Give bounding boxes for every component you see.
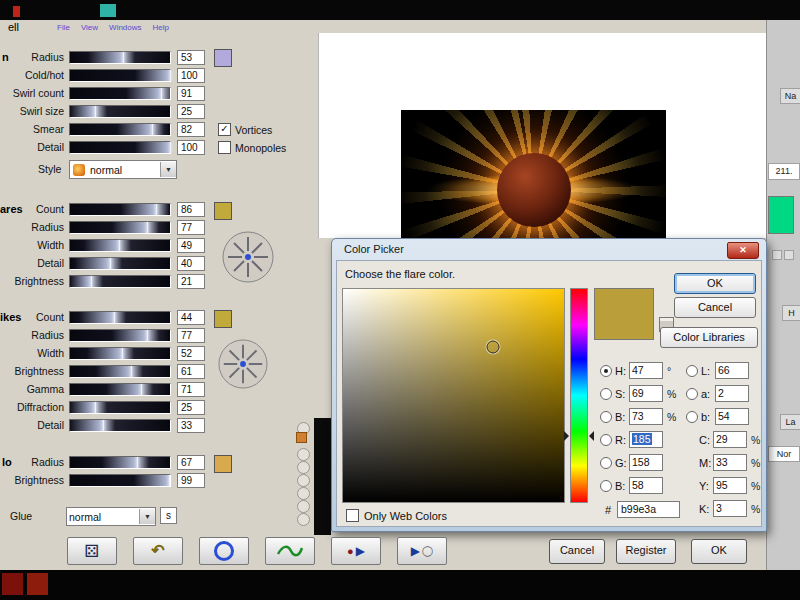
navigator-zoom-field[interactable]: 211. [768,163,800,180]
a-radio[interactable] [686,388,698,400]
flare-color-swatch[interactable] [214,202,232,220]
value-box[interactable]: 91 [177,86,205,101]
value-box[interactable]: 77 [177,328,205,343]
value-box[interactable]: 77 [177,220,205,235]
h-input[interactable]: 47 [629,362,663,379]
detail-slider[interactable] [69,141,171,154]
y-input[interactable]: 95 [713,477,747,494]
color-libraries-button[interactable]: Color Libraries [660,327,758,348]
plugin-ok-button[interactable]: OK [691,539,747,564]
b2-input[interactable]: 58 [629,477,663,494]
hex-input[interactable]: b99e3a [617,501,680,518]
color-marker-icon[interactable] [487,340,500,353]
spike-gamma-slider[interactable] [69,383,171,396]
menu-help[interactable]: Help [153,23,169,32]
g-input[interactable]: 158 [629,454,663,471]
lab-b-radio[interactable] [686,411,698,423]
value-box[interactable]: 100 [177,140,205,155]
radius-slider[interactable] [69,51,171,64]
coldhot-slider[interactable] [69,69,171,82]
c-input[interactable]: 29 [713,431,747,448]
spike-detail-slider[interactable] [69,419,171,432]
value-box[interactable]: 40 [177,256,205,271]
r-input[interactable]: 185 [629,431,663,448]
value-box[interactable]: 21 [177,274,205,289]
value-box[interactable]: 25 [177,104,205,119]
hue-slider[interactable] [570,288,588,503]
smear-slider[interactable] [69,123,171,136]
a-input[interactable]: 2 [715,385,749,402]
flare-direction-dial[interactable] [222,231,274,283]
layers-panel-tab[interactable]: La [780,414,800,430]
flare-detail-slider[interactable] [69,257,171,270]
cancel-button[interactable]: Cancel [674,297,756,318]
menu-windows[interactable]: Windows [109,23,141,32]
close-icon[interactable]: ✕ [727,242,759,259]
seed-button[interactable]: s [160,507,177,524]
value-box[interactable]: 33 [177,418,205,433]
panel-icon[interactable] [784,250,794,260]
chevron-down-icon[interactable]: ▼ [139,509,155,524]
value-box[interactable]: 99 [177,473,205,488]
flare-brightness-slider[interactable] [69,275,171,288]
spike-radius-slider[interactable] [69,329,171,342]
halo-brightness-slider[interactable] [69,474,171,487]
ok-button[interactable]: OK [674,273,756,294]
b2-radio[interactable] [600,480,612,492]
menu-file[interactable]: File [57,23,70,32]
vortices-checkbox[interactable] [218,123,231,136]
memory-dot[interactable] [297,461,310,474]
spike-color-swatch[interactable] [214,310,232,328]
halo-radius-slider[interactable] [69,456,171,469]
only-web-colors-checkbox[interactable] [346,509,359,522]
spike-width-slider[interactable] [69,347,171,360]
spike-diffraction-slider[interactable] [69,401,171,414]
l-input[interactable]: 66 [715,362,749,379]
memory-dot-active[interactable] [296,432,307,443]
memory-dot[interactable] [297,513,310,526]
flare-count-slider[interactable] [69,203,171,216]
flare-radius-slider[interactable] [69,221,171,234]
halo-color-swatch[interactable] [214,455,232,473]
auto-button[interactable] [265,537,315,565]
value-box[interactable]: 86 [177,202,205,217]
m-input[interactable]: 33 [713,454,747,471]
foreground-color-swatch[interactable] [768,196,794,234]
value-box[interactable]: 49 [177,238,205,253]
monopoles-checkbox[interactable] [218,141,231,154]
plugin-register-button[interactable]: Register [616,539,676,564]
value-box[interactable]: 100 [177,68,205,83]
render-button[interactable]: ▶ ◯ [397,537,447,565]
swirl-count-slider[interactable] [69,87,171,100]
blend-mode-dropdown[interactable]: Nor [768,446,800,462]
saturation-brightness-field[interactable] [342,288,565,503]
s-radio[interactable] [600,388,612,400]
b-input[interactable]: 73 [629,408,663,425]
h-radio[interactable] [600,365,612,377]
memory-dot[interactable] [297,448,310,461]
memory-dot[interactable] [297,487,310,500]
s-input[interactable]: 69 [629,385,663,402]
g-radio[interactable] [600,457,612,469]
spike-count-slider[interactable] [69,311,171,324]
memory-dot[interactable] [297,474,310,487]
plugin-cancel-button[interactable]: Cancel [549,539,605,564]
spike-direction-dial[interactable] [218,339,268,389]
undo-button[interactable]: ↶ [133,537,183,565]
preview-toggle-button[interactable]: ● ▶ [331,537,381,565]
sun-color-swatch[interactable] [214,49,232,67]
randomize-button[interactable]: ⚄ [67,537,117,565]
value-box[interactable]: 52 [177,346,205,361]
k-input[interactable]: 3 [713,500,747,517]
spike-brightness-slider[interactable] [69,365,171,378]
value-box[interactable]: 25 [177,400,205,415]
value-box[interactable]: 67 [177,455,205,470]
value-box[interactable]: 53 [177,50,205,65]
value-box[interactable]: 61 [177,364,205,379]
value-box[interactable]: 82 [177,122,205,137]
glue-dropdown[interactable]: normal ▼ [66,507,156,526]
reset-button[interactable] [199,537,249,565]
chevron-down-icon[interactable]: ▼ [160,162,176,177]
navigator-panel-tab[interactable]: Na [780,88,800,104]
memory-dot[interactable] [297,500,310,513]
